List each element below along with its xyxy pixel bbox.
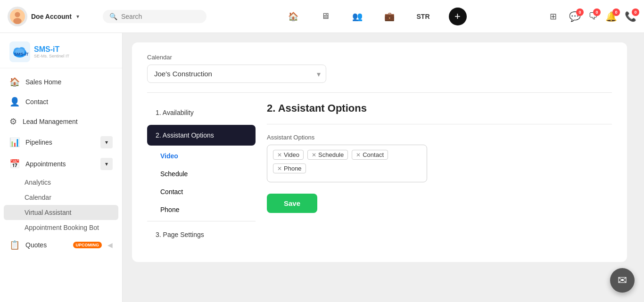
- sidebar-label-booking-bot: Appointment Booking Bot: [25, 224, 113, 231]
- sidebar-item-quotes[interactable]: 📋 Quotes UPCOMING ◀: [0, 235, 122, 255]
- assistant-options-label: Assistant Options: [267, 134, 612, 141]
- svg-text:SMS-iT: SMS-iT: [14, 52, 29, 57]
- section-title: 2. Assistant Options: [267, 102, 612, 114]
- step-availability[interactable]: 1. Availability: [147, 102, 256, 123]
- search-input[interactable]: [121, 13, 200, 20]
- add-button[interactable]: +: [449, 8, 467, 25]
- main-form: 2. Assistant Options Assistant Options ✕…: [267, 102, 612, 247]
- sidebar-label-virtual-assistant: Virtual Assistant: [25, 209, 109, 216]
- tag-contact-remove-icon[interactable]: ✕: [356, 152, 361, 158]
- sidebar-label-sales-home: Sales Home: [25, 78, 113, 86]
- sidebar-logo: SMS-iT SMS-iT SE-Ms. Sentinel IT: [0, 33, 122, 68]
- comment-badge: 0: [593, 8, 601, 16]
- sidebar-item-contact[interactable]: 👤 Contact: [0, 92, 122, 112]
- step-divider: [147, 221, 256, 221]
- tag-contact[interactable]: ✕ Contact: [352, 150, 388, 160]
- lead-management-icon: ⚙: [9, 116, 17, 127]
- nav-center: 🏠 🖥 👥 💼 STR +: [212, 8, 539, 25]
- steps-content: 1. Availability 2. Assistant Options Vid…: [147, 102, 612, 247]
- str-button[interactable]: STR: [413, 11, 434, 22]
- sidebar-label-appointments: Appointments: [25, 160, 95, 168]
- calendar-section: Calendar Joe's ConstructionOption 2Optio…: [147, 54, 612, 83]
- form-divider: [147, 92, 612, 93]
- users-nav-icon[interactable]: 👥: [349, 8, 366, 25]
- sidebar-item-appointment-booking-bot[interactable]: Appointment Booking Bot: [0, 220, 122, 235]
- sidebar-label-quotes: Quotes: [25, 241, 66, 249]
- content-area: Calendar Joe's ConstructionOption 2Optio…: [123, 33, 644, 302]
- bell-icon-wrap[interactable]: 🔔 0: [605, 11, 617, 22]
- sidebar-item-calendar[interactable]: Calendar: [0, 190, 122, 205]
- sidebar-item-analytics[interactable]: Analytics: [0, 175, 122, 190]
- sidebar-label-analytics: Analytics: [25, 179, 113, 186]
- search-icon: 🔍: [109, 13, 117, 20]
- chat-fab-button[interactable]: ✉: [610, 268, 635, 293]
- calendar-select[interactable]: Joe's ConstructionOption 2Option 3: [147, 65, 326, 83]
- briefcase-nav-icon[interactable]: 💼: [381, 8, 398, 25]
- sidebar-nav: 🏠 Sales Home 👤 Contact ⚙ Lead Management…: [0, 68, 122, 302]
- save-button[interactable]: Save: [267, 194, 317, 213]
- monitor-nav-icon[interactable]: 🖥: [317, 8, 334, 25]
- account-section[interactable]: Doe Account ▾: [8, 7, 97, 26]
- tag-input-area[interactable]: ✕ Video ✕ Schedule ✕ Contact: [267, 145, 427, 182]
- upcoming-badge: UPCOMING: [73, 242, 102, 248]
- svg-point-1: [15, 12, 20, 17]
- comment-icon-wrap[interactable]: 🗨 0: [588, 11, 598, 22]
- quotes-icon: 📋: [9, 240, 20, 250]
- tag-contact-label: Contact: [363, 151, 384, 158]
- contact-icon: 👤: [9, 97, 20, 107]
- main-layout: SMS-iT SMS-iT SE-Ms. Sentinel IT 🏠 Sales…: [0, 33, 644, 302]
- phone-icon-wrap[interactable]: 📞 0: [625, 11, 636, 22]
- appointments-icon: 📅: [9, 159, 20, 169]
- sidebar-label-contact: Contact: [25, 98, 113, 106]
- tag-video-remove-icon[interactable]: ✕: [277, 152, 282, 158]
- pipelines-icon: 📊: [9, 137, 20, 147]
- logo-subtitle: SE-Ms. Sentinel IT: [34, 54, 69, 58]
- section-divider: [267, 124, 612, 124]
- chat-icon-wrap[interactable]: 💬 0: [569, 11, 581, 22]
- avatar[interactable]: [8, 7, 27, 26]
- grid-icon[interactable]: ⊞: [545, 8, 561, 25]
- step-sub-contact[interactable]: Contact: [147, 183, 256, 200]
- step-sub-phone[interactable]: Phone: [147, 201, 256, 218]
- sidebar-label-calendar: Calendar: [25, 194, 113, 201]
- content-card: Calendar Joe's ConstructionOption 2Optio…: [132, 42, 627, 262]
- calendar-select-wrap[interactable]: Joe's ConstructionOption 2Option 3 ▾: [147, 65, 326, 83]
- sidebar-item-appointments[interactable]: 📅 Appointments ▾: [0, 153, 122, 175]
- steps-panel: 1. Availability 2. Assistant Options Vid…: [147, 102, 256, 247]
- svg-point-2: [13, 18, 22, 24]
- bell-badge: 0: [612, 8, 620, 16]
- calendar-label: Calendar: [147, 54, 612, 61]
- sidebar-item-virtual-assistant[interactable]: Virtual Assistant: [4, 205, 118, 220]
- tag-video-label: Video: [284, 151, 299, 158]
- tag-phone-remove-icon[interactable]: ✕: [277, 165, 282, 172]
- step-assistant-options[interactable]: 2. Assistant Options: [147, 125, 256, 146]
- search-box[interactable]: 🔍: [103, 10, 206, 23]
- logo-text-wrap: SMS-iT SE-Ms. Sentinel IT: [34, 45, 69, 58]
- tag-schedule[interactable]: ✕ Schedule: [307, 150, 348, 160]
- save-button-wrap: Save: [267, 182, 612, 213]
- tag-phone-label: Phone: [284, 165, 302, 172]
- step-sub-video[interactable]: Video: [147, 147, 256, 164]
- step-sub-schedule[interactable]: Schedule: [147, 165, 256, 182]
- top-nav: Doe Account ▾ 🔍 🏠 🖥 👥 💼 STR + ⊞ 💬 0 🗨 0 …: [0, 0, 644, 33]
- nav-right: ⊞ 💬 0 🗨 0 🔔 0 📞 0: [545, 8, 636, 25]
- phone-badge: 0: [632, 8, 639, 16]
- sidebar-label-pipelines: Pipelines: [25, 139, 95, 146]
- tag-schedule-remove-icon[interactable]: ✕: [312, 152, 316, 158]
- appointments-chevron-icon[interactable]: ▾: [100, 158, 113, 170]
- step-page-settings[interactable]: 3. Page Settings: [147, 224, 256, 245]
- sidebar-label-lead-management: Lead Management: [23, 118, 113, 125]
- sidebar-item-lead-management[interactable]: ⚙ Lead Management: [0, 112, 122, 131]
- chat-badge: 0: [576, 8, 584, 16]
- tag-video[interactable]: ✕ Video: [273, 150, 304, 160]
- account-name: Doe Account: [31, 13, 72, 20]
- home-nav-icon[interactable]: 🏠: [285, 8, 302, 25]
- tag-phone[interactable]: ✕ Phone: [273, 163, 306, 173]
- account-chevron-icon: ▾: [76, 13, 79, 20]
- sidebar: SMS-iT SMS-iT SE-Ms. Sentinel IT 🏠 Sales…: [0, 33, 123, 302]
- sidebar-item-sales-home[interactable]: 🏠 Sales Home: [0, 72, 122, 92]
- expand-toggle-icon[interactable]: ◀: [107, 241, 113, 249]
- pipelines-chevron-icon[interactable]: ▾: [100, 136, 113, 148]
- sidebar-item-pipelines[interactable]: 📊 Pipelines ▾: [0, 131, 122, 153]
- logo-title: SMS-iT: [34, 45, 69, 54]
